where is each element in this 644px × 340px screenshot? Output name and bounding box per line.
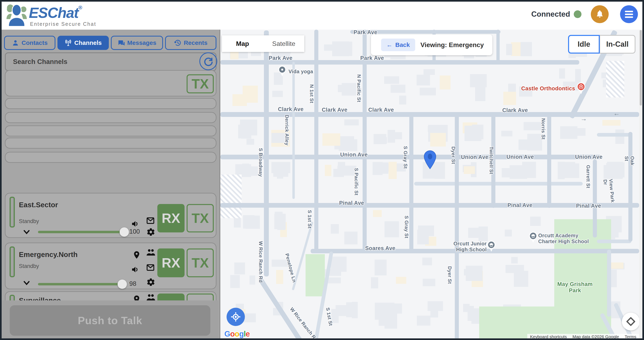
- search-input[interactable]: [5, 52, 216, 71]
- map-label: Park Ave: [269, 55, 292, 61]
- map-label: Pinal Ave: [576, 203, 601, 209]
- speaker-icon[interactable]: [131, 220, 140, 228]
- map-building: [423, 279, 435, 286]
- history-clock-icon: [174, 39, 181, 46]
- group-icon[interactable]: [146, 248, 156, 258]
- slider-thumb[interactable]: [118, 280, 127, 289]
- chevron-down-icon[interactable]: [22, 228, 31, 236]
- tab-channels[interactable]: Channels: [58, 36, 109, 50]
- chevron-down-icon[interactable]: [22, 279, 31, 287]
- road: [597, 133, 632, 136]
- channel-name: Emergency.North: [19, 250, 78, 258]
- back-button[interactable]: ← Back: [381, 38, 415, 51]
- channel-row-east-sector[interactable]: East.Sector Standby 100 RX TX: [5, 193, 216, 238]
- channel-row[interactable]: [5, 112, 216, 123]
- mail-icon[interactable]: [146, 263, 155, 272]
- map-building: [428, 126, 434, 132]
- map-building: [520, 42, 532, 56]
- map-building: [276, 270, 283, 284]
- rx-button[interactable]: RX: [157, 248, 184, 277]
- map-building: [559, 68, 565, 78]
- channel-row[interactable]: [5, 126, 216, 136]
- menu-button[interactable]: [620, 5, 638, 23]
- map-type-satellite[interactable]: Satellite: [263, 35, 304, 52]
- map-building: [338, 162, 345, 174]
- map-label: ←: [613, 110, 620, 117]
- tab-contacts[interactable]: Contacts: [4, 36, 56, 50]
- channel-status: Standby: [19, 218, 39, 224]
- map-label: S Pacific St: [354, 168, 359, 196]
- volume-slider[interactable]: [38, 231, 125, 233]
- road: [409, 113, 413, 252]
- tx-button[interactable]: TX: [186, 204, 214, 232]
- gear-icon[interactable]: [146, 228, 155, 236]
- map-type-map[interactable]: Map: [222, 35, 263, 52]
- channel-row[interactable]: [5, 98, 216, 109]
- hamburger-icon: [625, 9, 633, 19]
- notifications-button[interactable]: [591, 5, 609, 23]
- gear-icon[interactable]: [146, 278, 155, 286]
- channel-row[interactable]: [5, 152, 216, 163]
- park-area: [306, 254, 325, 296]
- map-building: [524, 166, 532, 174]
- map-building: [475, 84, 486, 101]
- in-call-button[interactable]: In-Call: [599, 35, 636, 54]
- map-label: Pinal Ave: [339, 200, 364, 206]
- map-label: May Grisham Park: [557, 281, 593, 294]
- rx-button[interactable]: RX: [157, 204, 184, 232]
- tab-messages[interactable]: Messages: [111, 36, 163, 50]
- tx-button[interactable]: TX: [186, 248, 214, 277]
- map-building: [242, 164, 249, 176]
- refresh-icon: [203, 56, 214, 66]
- refresh-button[interactable]: [199, 52, 217, 70]
- brand-tagline: Enterprise Secure Chat: [30, 21, 96, 27]
- volume-slider[interactable]: [38, 283, 125, 286]
- slider-thumb[interactable]: [120, 227, 129, 237]
- channel-row-emergency-north[interactable]: Emergency.North Standby 98 RX TX: [5, 242, 216, 289]
- terms-link[interactable]: Terms: [622, 334, 639, 340]
- tab-recents[interactable]: Recents: [165, 36, 216, 50]
- map-building: [241, 122, 251, 138]
- map-building: [399, 96, 406, 105]
- idle-button[interactable]: Idle: [568, 35, 600, 54]
- channel-activity-bar: [10, 246, 15, 277]
- tx-button[interactable]: TX: [186, 74, 214, 93]
- road: [496, 30, 500, 63]
- header: ESChat® Enterprise Secure Chat Connected: [0, 0, 644, 30]
- selected-location-marker: [423, 150, 437, 170]
- road: [314, 30, 318, 252]
- channel-row[interactable]: [5, 138, 216, 148]
- map-building: [506, 44, 512, 55]
- map-building: [615, 130, 624, 144]
- map-building: [506, 265, 524, 273]
- page-scrollbar[interactable]: [639, 30, 642, 340]
- eschat-app: ESChat® Enterprise Secure Chat Connected…: [0, 0, 644, 340]
- map-label: Garrett St: [585, 165, 591, 188]
- map-label: Derrick Alley: [284, 115, 290, 145]
- keyboard-shortcuts-link[interactable]: Keyboard shortcuts: [527, 334, 570, 340]
- channel-status: Standby: [19, 263, 39, 269]
- push-to-talk-button[interactable]: Push to Talk: [10, 305, 210, 336]
- map-data-attribution: Map data ©2026 Google: [570, 334, 622, 340]
- my-location-button[interactable]: [226, 308, 245, 326]
- map-building: [424, 69, 435, 75]
- map-label: Clark Ave: [502, 107, 528, 114]
- road: [258, 278, 309, 340]
- map-canvas[interactable]: Park AvePark AvePark AveClark AveClark A…: [220, 30, 639, 340]
- road: [547, 113, 551, 208]
- road: [628, 132, 632, 242]
- location-pin-icon[interactable]: [132, 250, 141, 260]
- channel-row[interactable]: TX: [5, 70, 216, 96]
- mail-icon[interactable]: [146, 216, 155, 225]
- speaker-icon[interactable]: [131, 265, 140, 274]
- map-building: [502, 168, 519, 178]
- map-building: [379, 312, 392, 326]
- map-label: S Broadway: [258, 148, 264, 176]
- scrollbar-thumb[interactable]: [640, 30, 642, 106]
- map-building: [468, 228, 480, 238]
- map-building: [374, 134, 386, 144]
- channel-name: East.Sector: [19, 201, 58, 209]
- ptt-bar: Push to Talk: [2, 300, 219, 340]
- map-building: [524, 122, 543, 130]
- pan-control-button[interactable]: [622, 312, 639, 330]
